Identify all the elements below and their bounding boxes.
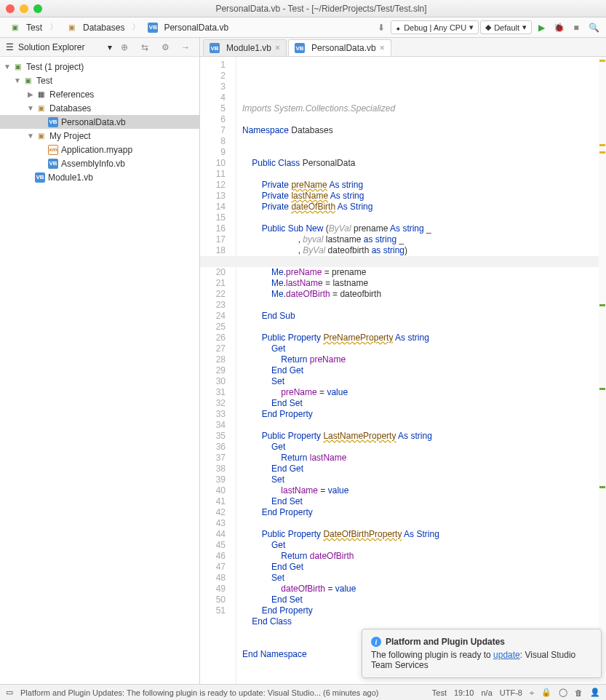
breadcrumb-item[interactable]: ▣ Test [4, 20, 47, 35]
code-line[interactable]: End Set [242, 496, 600, 507]
inspect-icon[interactable]: 🔒 [541, 688, 551, 697]
chevron-down-icon[interactable]: ▾ [108, 42, 112, 52]
code-line[interactable]: End Namespace [242, 649, 600, 660]
code-line[interactable] [242, 518, 600, 529]
line-ending-icon[interactable]: ÷ [530, 688, 534, 697]
code-line[interactable]: End Set [242, 594, 600, 605]
tree-references[interactable]: ▶▦ References [0, 87, 199, 101]
code-line[interactable]: End Class [242, 616, 600, 627]
ok-marker[interactable] [599, 486, 605, 488]
code-line[interactable]: Namespace Databases [242, 125, 600, 136]
editor-tab[interactable]: VBPersonalData.vb× [288, 39, 391, 56]
code-line[interactable]: End Set [242, 398, 600, 409]
ok-marker[interactable] [599, 304, 605, 306]
settings-icon[interactable]: ⚙ [157, 40, 173, 55]
close-tab-icon[interactable]: × [380, 43, 385, 53]
lightbulb-icon[interactable]: 💡 [236, 256, 605, 267]
code-line[interactable]: Imports System.Collections.Specialized [242, 103, 600, 114]
code-line[interactable]: Me.dateOfBirth = dateofbirth [242, 289, 600, 300]
code-line[interactable]: End Get [242, 365, 600, 376]
process-icon[interactable]: ▭ [6, 688, 13, 697]
code-editor[interactable]: 1234567891011121314151617181920212223242… [200, 57, 606, 684]
code-line[interactable] [242, 638, 600, 649]
cursor-position[interactable]: 19:10 [454, 688, 474, 697]
hide-panel-icon[interactable]: → [178, 40, 194, 55]
tree-file-personaldata[interactable]: VB PersonalData.vb [0, 115, 199, 129]
code-line[interactable]: End Get [242, 562, 600, 573]
code-line[interactable] [242, 147, 600, 158]
panel-icon: ☰ [6, 42, 14, 52]
code-line[interactable] [242, 420, 600, 431]
code-line[interactable] [242, 136, 600, 147]
code-line[interactable] [242, 169, 600, 180]
code-line[interactable]: Return dateOfBirth [242, 551, 600, 562]
locate-icon[interactable]: ⊕ [116, 40, 132, 55]
code-line[interactable]: Public Property LastNameProperty As stri… [242, 431, 600, 442]
code-line[interactable] [242, 114, 600, 125]
tree-folder-databases[interactable]: ▼▣ Databases [0, 101, 199, 115]
warning-marker[interactable] [599, 144, 605, 146]
warning-marker[interactable] [599, 60, 605, 62]
code-line[interactable]: Me.preName = prename [242, 267, 600, 278]
code-line[interactable]: Set [242, 573, 600, 584]
build-button[interactable]: ⬇ [373, 20, 389, 35]
code-line[interactable] [242, 300, 600, 311]
collapse-icon[interactable]: ⇆ [137, 40, 153, 55]
configuration-selector[interactable]: ⬥ Debug | Any CPU ▾ [391, 20, 479, 34]
tree-project[interactable]: ▼▣ Test [0, 73, 199, 87]
code-line[interactable]: preName = value [242, 387, 600, 398]
code-line[interactable]: Private lastName As string [242, 191, 600, 202]
code-line[interactable] [242, 627, 600, 638]
code-line[interactable]: End Property [242, 507, 600, 518]
code-line[interactable]: Public Sub New (ByVal prename As string … [242, 223, 600, 234]
code-line[interactable]: , byval lastname as string _ [242, 234, 600, 245]
breadcrumb-item[interactable]: ▣ Databases [61, 20, 129, 35]
code-line[interactable]: Set [242, 474, 600, 485]
editor-tab[interactable]: VBModule1.vb× [203, 39, 287, 56]
code-line[interactable]: , ByVal dateofbirth as string) [242, 245, 600, 256]
code-line[interactable]: End Property [242, 605, 600, 616]
warning-marker[interactable] [599, 151, 605, 154]
code-line[interactable]: Private preName As string [242, 180, 600, 191]
tree-root[interactable]: ▼▣ Test (1 project) [0, 60, 199, 73]
maximize-window-button[interactable] [33, 4, 42, 13]
code-line[interactable]: Return lastName [242, 453, 600, 464]
breadcrumb-item[interactable]: VB PersonalData.vb [143, 21, 233, 34]
stop-button[interactable]: ■ [568, 20, 584, 35]
minimize-window-button[interactable] [20, 4, 28, 13]
tree-file-asminfo[interactable]: VB AssemblyInfo.vb [0, 156, 199, 170]
code-line[interactable]: End Get [242, 464, 600, 474]
encoding-indicator[interactable]: UTF-8 [500, 688, 522, 697]
trash-icon[interactable]: 🗑 [575, 688, 583, 697]
code-line[interactable]: Public Class PersonalData [242, 158, 600, 169]
code-line[interactable] [242, 212, 600, 223]
tree-folder-myproject[interactable]: ▼▣ My Project [0, 129, 199, 143]
close-window-button[interactable] [6, 4, 15, 13]
code-line[interactable]: End Sub [242, 311, 600, 322]
insert-mode[interactable]: n/a [481, 688, 492, 697]
code-line[interactable]: dateOfBirth = value [242, 584, 600, 594]
code-line[interactable]: Set [242, 376, 600, 387]
code-line[interactable]: Public Property DateOfBirthProperty As S… [242, 529, 600, 540]
ok-marker[interactable] [599, 388, 605, 390]
hector-icon[interactable]: 👤 [590, 688, 600, 697]
code-line[interactable]: End Property [242, 409, 600, 420]
code-line[interactable]: Return preName [242, 354, 600, 365]
code-line[interactable] [242, 322, 600, 333]
search-button[interactable]: 🔍 [586, 20, 602, 35]
code-line[interactable]: Get [242, 442, 600, 453]
code-line[interactable]: Get [242, 343, 600, 354]
close-tab-icon[interactable]: × [275, 43, 280, 53]
code-line[interactable]: Me.lastName = lastname [242, 278, 600, 289]
code-line[interactable]: Get [242, 540, 600, 551]
code-line[interactable]: lastName = value [242, 485, 600, 496]
tree-file-appmy[interactable]: xm Application.myapp [0, 143, 199, 156]
code-line[interactable]: Public Property PreNameProperty As strin… [242, 333, 600, 343]
context-indicator[interactable]: Test [432, 688, 447, 697]
debug-button[interactable]: 🐞 [551, 20, 567, 35]
run-target-selector[interactable]: ◆ Default ▾ [480, 20, 532, 34]
run-button[interactable]: ▶ [533, 20, 549, 35]
memory-icon[interactable]: ◯ [559, 688, 567, 697]
code-line[interactable]: Private dateOfBirth As String [242, 202, 600, 212]
tree-file-module1[interactable]: VB Module1.vb [0, 170, 199, 184]
